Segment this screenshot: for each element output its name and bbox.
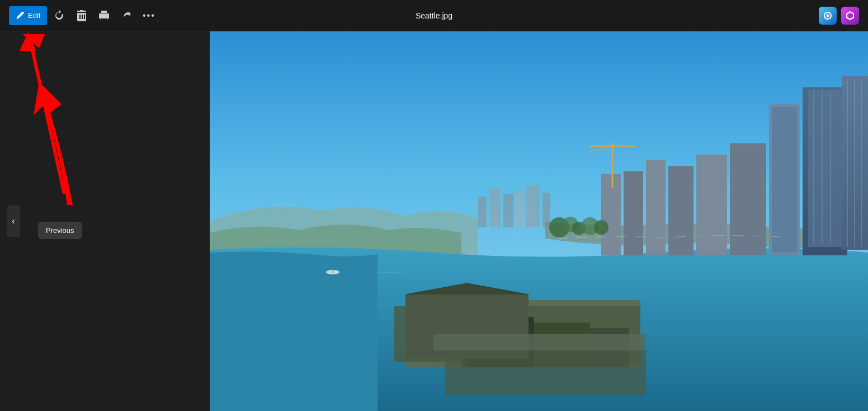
svg-rect-19: [445, 351, 646, 395]
svg-rect-28: [696, 155, 727, 255]
svg-marker-3: [22, 34, 45, 48]
left-sidebar: Previous ‹: [0, 31, 210, 411]
share-button[interactable]: [116, 6, 136, 26]
previous-nav-button[interactable]: ‹: [7, 206, 20, 237]
seattle-image: [210, 31, 868, 411]
svg-rect-7: [489, 188, 501, 227]
delete-icon: [77, 10, 87, 21]
red-arrow-annotation: [11, 31, 78, 205]
svg-rect-9: [516, 191, 523, 227]
edit-button[interactable]: Edit: [9, 6, 47, 25]
edit-label: Edit: [28, 11, 40, 20]
edit-icon: [16, 11, 25, 20]
svg-rect-8: [503, 194, 513, 227]
toolbar: Edit •••: [0, 0, 868, 31]
svg-rect-32: [601, 174, 621, 255]
svg-point-0: [827, 14, 829, 17]
more-dots-icon: •••: [143, 11, 155, 21]
svg-rect-29: [668, 166, 694, 255]
red-arrow-svg: [17, 48, 89, 216]
file-title: Seattle.jpg: [416, 11, 452, 20]
secondary-icon: [845, 11, 855, 21]
print-button[interactable]: [94, 6, 114, 26]
svg-line-2: [31, 43, 64, 194]
previous-tooltip: Previous: [38, 222, 82, 239]
photos-icon: [823, 11, 833, 21]
print-icon: [98, 10, 110, 21]
svg-rect-31: [624, 171, 643, 255]
more-options-button[interactable]: •••: [139, 6, 159, 26]
rotate-icon: [54, 10, 65, 21]
main-content: Previous ‹: [0, 31, 868, 411]
svg-rect-42: [332, 268, 333, 273]
photos-app-icon[interactable]: [819, 7, 837, 25]
toolbar-right-apps: [819, 7, 859, 25]
svg-rect-6: [478, 197, 487, 227]
chevron-left-icon: ‹: [12, 216, 15, 226]
secondary-app-icon[interactable]: [841, 7, 859, 25]
toolbar-left-actions: Edit •••: [9, 6, 159, 26]
delete-button[interactable]: [72, 6, 92, 26]
svg-rect-30: [646, 160, 666, 255]
share-icon: [121, 10, 132, 21]
seattle-scene-svg: [210, 31, 868, 411]
svg-rect-26: [772, 107, 797, 253]
svg-rect-27: [730, 143, 766, 255]
photo-viewer: [210, 31, 868, 411]
svg-marker-4: [20, 32, 36, 51]
svg-rect-10: [526, 185, 540, 227]
svg-rect-18: [433, 334, 646, 351]
rotate-button[interactable]: [49, 6, 69, 26]
svg-point-47: [594, 220, 608, 235]
